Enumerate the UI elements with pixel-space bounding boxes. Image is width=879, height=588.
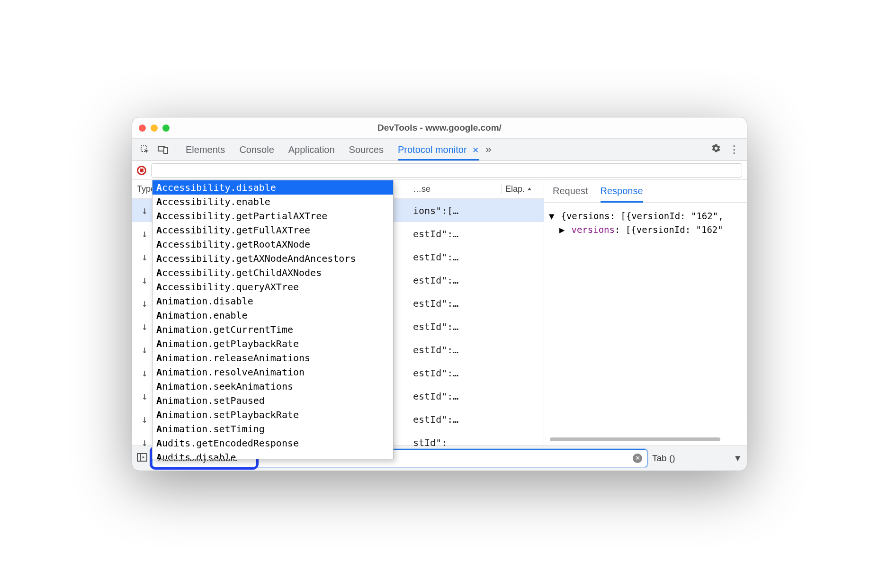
- autocomplete-item[interactable]: Audits.getEncodedResponse: [152, 436, 393, 450]
- cell-response: estId":…: [409, 228, 501, 240]
- main-content: Type Method …se Elap. ↓ions":[…↓estId":……: [132, 180, 747, 445]
- tab-sources[interactable]: Sources: [349, 140, 384, 160]
- details-pane: Request Response ▼ {versions: [{versionI…: [544, 180, 747, 445]
- clear-input-icon[interactable]: ✕: [633, 454, 642, 463]
- autocomplete-item[interactable]: Animation.getPlaybackRate: [152, 337, 393, 351]
- autocomplete-item[interactable]: Audits.disable: [152, 450, 393, 459]
- tab-application[interactable]: Application: [288, 140, 335, 160]
- filter-input[interactable]: [151, 163, 742, 178]
- chevron-down-icon[interactable]: ▼: [733, 453, 742, 463]
- col-elapsed[interactable]: Elap.: [501, 184, 544, 194]
- json-root-line[interactable]: ▼ {versions: [{versionId: "162",: [549, 209, 742, 223]
- command-hint[interactable]: Tab () ▼: [652, 453, 742, 463]
- tab-console[interactable]: Console: [239, 140, 274, 160]
- cell-response: ions":[…: [409, 205, 501, 216]
- cell-response: estId":…: [409, 367, 501, 379]
- window-title: DevTools - www.google.com/: [132, 123, 747, 133]
- autocomplete-list[interactable]: Accessibility.disableAccessibility.enabl…: [152, 180, 393, 459]
- panel-tabs: Elements Console Application Sources Pro…: [186, 140, 479, 160]
- kebab-menu-icon[interactable]: ⋮: [725, 143, 743, 156]
- autocomplete-item[interactable]: Accessibility.getFullAXTree: [152, 223, 393, 237]
- disclosure-open-icon[interactable]: ▼: [549, 209, 556, 223]
- response-json: ▼ {versions: [{versionId: "162", ▶ versi…: [544, 203, 747, 243]
- json-property-name: versions: [571, 224, 615, 235]
- cell-response: estId":…: [409, 414, 501, 425]
- more-tabs-icon[interactable]: »: [485, 143, 491, 156]
- details-tabs: Request Response: [544, 180, 747, 203]
- inspect-element-icon[interactable]: [136, 145, 154, 154]
- autocomplete-item[interactable]: Accessibility.getChildAXNodes: [152, 266, 393, 280]
- details-tab-request[interactable]: Request: [553, 184, 588, 198]
- devtools-window: DevTools - www.google.com/ Elements Cons…: [132, 117, 747, 471]
- autocomplete-item[interactable]: Animation.disable: [152, 294, 393, 308]
- autocomplete-item[interactable]: Animation.getCurrentTime: [152, 322, 393, 337]
- autocomplete-item[interactable]: Animation.setPaused: [152, 393, 393, 408]
- autocomplete-item[interactable]: Accessibility.disable: [152, 180, 393, 195]
- autocomplete-item[interactable]: Accessibility.enable: [152, 195, 393, 209]
- cell-response: estId":…: [409, 344, 501, 356]
- details-tab-response[interactable]: Response: [601, 184, 643, 198]
- svg-rect-4: [137, 454, 141, 461]
- autocomplete-item[interactable]: Animation.enable: [152, 308, 393, 322]
- autocomplete-item[interactable]: Accessibility.queryAXTree: [152, 280, 393, 294]
- autocomplete-item[interactable]: Accessibility.getPartialAXTree: [152, 209, 393, 223]
- toggle-drawer-icon[interactable]: [137, 453, 147, 463]
- cell-response: stId":: [409, 437, 501, 448]
- main-toolbar: Elements Console Application Sources Pro…: [132, 138, 747, 161]
- cell-response: estId":…: [409, 391, 501, 402]
- toolbar-divider: [176, 143, 176, 156]
- autocomplete-item[interactable]: Animation.setTiming: [152, 422, 393, 436]
- col-response[interactable]: …se: [409, 184, 501, 194]
- autocomplete-item[interactable]: Animation.setPlaybackRate: [152, 408, 393, 422]
- cell-response: estId":…: [409, 251, 501, 263]
- horizontal-scrollbar[interactable]: [550, 437, 720, 441]
- cell-response: estId":…: [409, 275, 501, 286]
- svg-rect-2: [164, 148, 168, 153]
- json-child-line[interactable]: ▶ versions: [{versionId: "162": [549, 223, 742, 237]
- protocol-table-pane: Type Method …se Elap. ↓ions":[…↓estId":……: [132, 180, 544, 445]
- autocomplete-item[interactable]: Animation.resolveAnimation: [152, 365, 393, 379]
- cell-response: estId":…: [409, 298, 501, 309]
- cell-response: estId":…: [409, 321, 501, 332]
- filter-bar: [132, 161, 747, 180]
- svg-rect-3: [137, 454, 147, 461]
- autocomplete-item[interactable]: Accessibility.getRootAXNode: [152, 237, 393, 251]
- tab-elements[interactable]: Elements: [186, 140, 225, 160]
- autocomplete-item[interactable]: Accessibility.getAXNodeAndAncestors: [152, 251, 393, 266]
- autocomplete-item[interactable]: Animation.releaseAnimations: [152, 351, 393, 365]
- device-toolbar-icon[interactable]: [154, 145, 172, 154]
- tab-protocol-monitor-label: Protocol monitor: [398, 144, 467, 155]
- autocomplete-popup: Accessibility.disableAccessibility.enabl…: [152, 180, 394, 459]
- disclosure-closed-icon[interactable]: ▶: [559, 223, 566, 237]
- titlebar: DevTools - www.google.com/: [132, 117, 747, 138]
- settings-gear-icon[interactable]: [707, 143, 725, 156]
- autocomplete-item[interactable]: Animation.seekAnimations: [152, 379, 393, 393]
- record-button[interactable]: [137, 166, 146, 175]
- close-tab-icon[interactable]: ✕: [472, 146, 479, 155]
- tab-protocol-monitor[interactable]: Protocol monitor ✕: [398, 140, 479, 160]
